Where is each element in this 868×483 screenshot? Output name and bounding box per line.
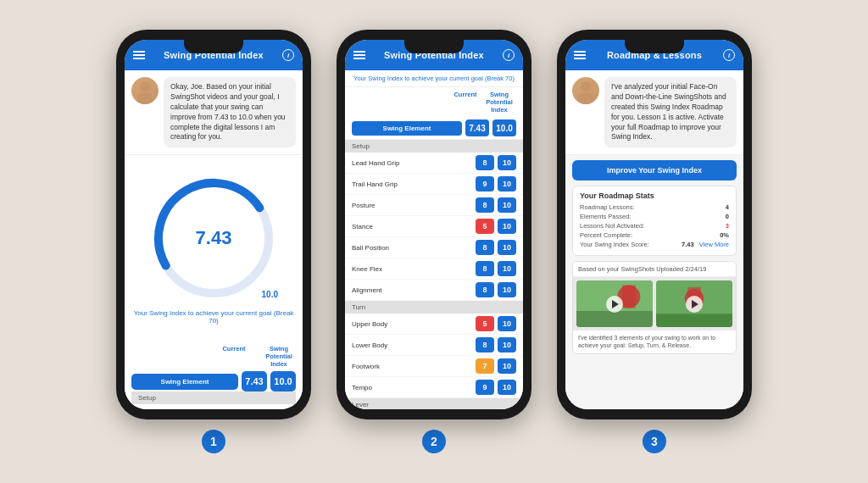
svg-rect-9 (622, 286, 636, 308)
play-btn-2[interactable] (686, 296, 703, 313)
svg-point-4 (581, 81, 591, 92)
chat-bubble-1: Okay, Joe. Based on your initial SwingSh… (164, 77, 296, 147)
badge-1: 1 (202, 430, 225, 453)
col-header-current-1: Current (213, 345, 255, 368)
phone-2-screen: Swing Potential Index i Your Swing Index… (345, 40, 523, 409)
table-row: Posture 8 10 (345, 195, 523, 216)
section-turn: Turn (345, 301, 523, 314)
section-lever: Lever (345, 398, 523, 409)
stat-row-score: Your Swing Index Score: 7.43 View More (580, 241, 729, 248)
gauge-value: 7.43 (196, 227, 232, 249)
table-row: Footwork 7 10 (345, 356, 523, 377)
video-section: Based on your SwingShots Uploaded 2/24/1… (572, 261, 737, 353)
avatar-3 (572, 77, 599, 104)
table-row: Alignment 8 10 (345, 280, 523, 301)
info-icon-2[interactable]: i (503, 49, 515, 61)
table-row: Trail Hand Grip 9 10 (345, 174, 523, 195)
table-row: Lead Hand Grip 8 10 (345, 153, 523, 174)
view-more-link[interactable]: View More (699, 241, 729, 248)
phone-notch-1 (184, 40, 243, 53)
table-header-row-2: Swing Element 7.43 10.0 (345, 117, 523, 140)
svg-rect-11 (656, 314, 732, 328)
gauge-end-label: 10.0 (262, 290, 278, 299)
table-headers-1: Current Swing Potential Index (131, 345, 296, 368)
phone-2: Swing Potential Index i Your Swing Index… (337, 30, 531, 453)
stat-label: Your Swing Index Score: (580, 241, 649, 248)
col-header-spi-1: Swing Potential Index (262, 345, 296, 368)
stat-val-not-activated: 3 (726, 222, 729, 230)
stat-label: Roadmap Lessons: (580, 203, 635, 211)
swing-element-btn-1[interactable]: Swing Element (131, 374, 238, 390)
phone-1-device: Swing Potential Index i Okay, Joe. Based… (116, 30, 311, 419)
section-setup: Setup (345, 140, 523, 153)
table-row: Tempo 9 10 (345, 377, 523, 398)
stat-val-score: 7.43 (682, 241, 694, 248)
section-label-1: Setup (131, 391, 296, 404)
stats-title: Your Roadmap Stats (580, 192, 729, 200)
stat-label: Percent Complete: (580, 231, 632, 239)
phone-notch-2 (404, 40, 464, 53)
video-caption: I've identified 3 elements of your swing… (573, 330, 736, 353)
phone-1-screen: Swing Potential Index i Okay, Joe. Based… (125, 40, 303, 409)
phone-3-device: Roadmap & Lessons i I've analyzed your i… (557, 30, 752, 419)
phone-3-screen: Roadmap & Lessons i I've analyzed your i… (565, 40, 743, 409)
video-title: Based on your SwingShots Uploaded 2/24/1… (573, 262, 736, 277)
stat-label: Lessons Not Activated: (580, 222, 644, 230)
info-icon-1[interactable]: i (282, 49, 294, 61)
table-row: Stance 5 10 (345, 216, 523, 237)
svg-point-5 (577, 92, 594, 104)
chat-area-3: I've analyzed your initial Face-On and D… (565, 70, 743, 155)
stat-val-lessons: 4 (726, 203, 729, 211)
table-row: Lower Body 8 10 (345, 335, 523, 356)
bottom-section-1: Current Swing Potential Index Swing Elem… (125, 340, 303, 409)
th-current-val: 7.43 (465, 119, 489, 136)
stat-row-not-activated: Lessons Not Activated: 3 (580, 222, 729, 230)
th-spi-val: 10.0 (492, 119, 516, 136)
roadmap-stats-card: Your Roadmap Stats Roadmap Lessons: 4 El… (572, 186, 737, 256)
swing-element-btn-2[interactable]: Swing Element (352, 121, 462, 136)
avatar-1 (131, 77, 159, 104)
badge-3: 3 (643, 430, 666, 453)
badge-2: 2 (422, 430, 446, 453)
video-thumb-1[interactable] (576, 280, 653, 327)
table-screen-2: Setup Lead Hand Grip 8 10 Trail Hand Gri… (345, 140, 523, 409)
tcol-spi: Swing Potential Index (482, 91, 516, 114)
svg-rect-7 (576, 311, 653, 327)
phone-1: Swing Potential Index i Okay, Joe. Based… (116, 30, 311, 453)
stat-label: Elements Passed: (580, 213, 631, 220)
roadmap-screen: Improve Your Swing Index Your Roadmap St… (565, 155, 743, 409)
chat-area-1: Okay, Joe. Based on your initial SwingSh… (125, 70, 303, 155)
gauge-section: 7.43 10.0 Your Swing Index to achieve yo… (125, 155, 303, 340)
menu-icon-1[interactable] (133, 51, 145, 59)
stat-row-passed: Elements Passed: 0 (580, 213, 729, 220)
stat-row-percent: Percent Complete: 0% (580, 231, 729, 239)
goal-text-1: Your Swing Index to achieve your current… (133, 309, 294, 325)
tcol-current: Current (448, 91, 482, 114)
phone-3: Roadmap & Lessons i I've analyzed your i… (557, 30, 752, 453)
play-btn-1[interactable] (606, 296, 623, 313)
table-row: Upper Body 5 10 (345, 314, 523, 335)
video-thumbnails (573, 277, 736, 330)
goal-banner-2: Your Swing Index to achieve your current… (345, 70, 523, 87)
table-col-headers-2: Current Swing Potential Index (345, 87, 523, 117)
svg-point-0 (140, 81, 150, 92)
info-icon-3[interactable]: i (723, 49, 735, 61)
svg-point-1 (136, 92, 153, 104)
table-row: Ball Position 8 10 (345, 237, 523, 258)
first-row-1: Swing Element 7.43 10.0 (131, 371, 296, 391)
menu-icon-2[interactable] (353, 51, 365, 59)
stat-val-percent: 0% (720, 231, 729, 239)
tcol-name (352, 91, 448, 114)
video-thumb-2[interactable] (656, 280, 732, 327)
improve-swing-btn[interactable]: Improve Your Swing Index (572, 160, 737, 180)
chat-bubble-3: I've analyzed your initial Face-On and D… (604, 77, 737, 147)
phone-2-device: Swing Potential Index i Your Swing Index… (337, 30, 531, 419)
current-badge-1: 7.43 (242, 371, 267, 391)
spi-badge-1: 10.0 (270, 371, 296, 391)
stat-row-lessons: Roadmap Lessons: 4 (580, 203, 729, 211)
table-row: Knee Flex 8 10 (345, 258, 523, 280)
stat-val-passed: 0 (726, 213, 729, 220)
gauge-container: 7.43 10.0 (146, 170, 281, 306)
menu-icon-3[interactable] (574, 51, 586, 59)
phone-notch-3 (625, 40, 684, 53)
